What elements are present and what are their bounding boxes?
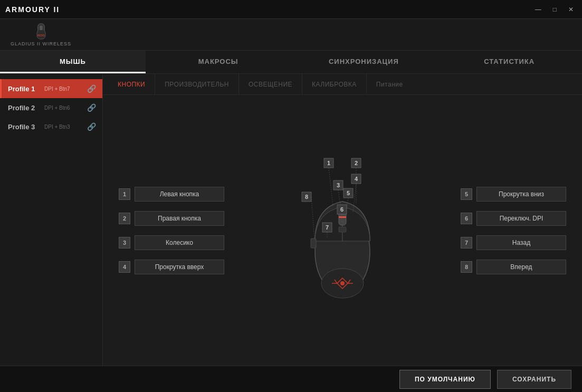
window-controls: — □ ✕	[532, 5, 577, 14]
buttons-area: 1 Левая кнопка 2 Правая кнопка 3 Колесик…	[103, 95, 582, 366]
mouse-svg: 1 2 3 4 5	[295, 154, 390, 307]
profile-2-link-icon: 🔗	[87, 103, 96, 112]
svg-text:8: 8	[305, 194, 308, 200]
mapping-btn-6: 6 Переключ. DPI	[461, 211, 566, 226]
mapping-btn-1: 1 Левая кнопка	[119, 187, 224, 202]
save-button[interactable]: СОХРАНИТЬ	[497, 370, 571, 389]
device-icon: ROG	[34, 23, 49, 40]
svg-text:7: 7	[326, 224, 329, 231]
main-tabs: МЫШЬ МАКРОСЫ СИНХРОНИЗАЦИЯ СТАТИСТИКА	[0, 51, 582, 74]
svg-point-9	[340, 281, 345, 285]
svg-rect-7	[311, 238, 316, 248]
tab-stats[interactable]: СТАТИСТИКА	[436, 51, 582, 73]
device-name: GLADIUS II WIRELESS	[11, 41, 71, 46]
svg-text:4: 4	[355, 176, 358, 182]
tab-sync[interactable]: СИНХРОНИЗАЦИЯ	[291, 51, 437, 73]
svg-text:2: 2	[355, 160, 358, 166]
device-logo: ROG GLADIUS II WIRELESS	[11, 23, 71, 46]
mapping-btn-2: 2 Правая кнопка	[119, 211, 224, 226]
btn-label-5[interactable]: Прокрутка вниз	[476, 187, 566, 202]
footer: ПО УМОЛЧАНИЮ СОХРАНИТЬ	[0, 366, 582, 392]
profile-2-subtitle: DPI + Btn6	[44, 105, 87, 111]
subtab-performance[interactable]: ПРОИЗВОДИТЕЛЬН	[155, 74, 239, 94]
subtab-power[interactable]: Питание	[367, 74, 413, 94]
btn-number-6: 6	[461, 213, 472, 224]
profile-2-name: Profile 2	[8, 104, 42, 112]
profile-1-link-icon: 🔗	[87, 84, 96, 93]
btn-label-6[interactable]: Переключ. DPI	[476, 211, 566, 226]
svg-rect-1	[40, 25, 42, 30]
left-mappings: 1 Левая кнопка 2 Правая кнопка 3 Колесик…	[119, 187, 224, 274]
device-header: ROG GLADIUS II WIRELESS	[0, 19, 582, 51]
svg-rect-5	[339, 216, 346, 218]
btn-number-1: 1	[119, 188, 130, 200]
restore-button[interactable]: □	[550, 5, 560, 14]
svg-text:ROG: ROG	[37, 33, 44, 36]
subtab-calibration[interactable]: КАЛИБРОВКА	[302, 74, 367, 94]
btn-label-3[interactable]: Колесико	[135, 235, 224, 250]
mouse-image: 1 2 3 4 5	[284, 151, 400, 310]
profile-item-3[interactable]: Profile 3 DPI + Btn3 🔗	[0, 117, 102, 136]
profile-3-name: Profile 3	[8, 123, 42, 131]
mapping-btn-3: 3 Колесико	[119, 235, 224, 250]
tab-mouse[interactable]: МЫШЬ	[0, 51, 146, 73]
btn-number-5: 5	[461, 188, 472, 200]
btn-number-4: 4	[119, 261, 130, 273]
btn-label-7[interactable]: Назад	[476, 235, 566, 250]
svg-rect-6	[339, 227, 346, 232]
mapping-btn-7: 7 Назад	[461, 235, 566, 250]
profile-item-2[interactable]: Profile 2 DPI + Btn6 🔗	[0, 98, 102, 117]
right-mappings: 5 Прокрутка вниз 6 Переключ. DPI 7 Назад…	[461, 187, 566, 274]
content-area: Profile 1 DPI + Btn7 🔗 Profile 2 DPI + B…	[0, 74, 582, 366]
profile-item-1[interactable]: Profile 1 DPI + Btn7 🔗	[0, 79, 102, 98]
mapping-btn-5: 5 Прокрутка вниз	[461, 187, 566, 202]
profile-3-subtitle: DPI + Btn3	[44, 124, 87, 130]
close-button[interactable]: ✕	[565, 5, 577, 14]
btn-number-7: 7	[461, 237, 472, 248]
svg-line-33	[311, 197, 314, 240]
sub-tabs: КНОПКИ ПРОИЗВОДИТЕЛЬН ОСВЕЩЕНИЕ КАЛИБРОВ…	[103, 74, 582, 95]
svg-line-26	[329, 168, 333, 206]
titlebar: ARMOURY II — □ ✕	[0, 0, 582, 19]
subtab-buttons[interactable]: КНОПКИ	[108, 74, 155, 94]
minimize-button[interactable]: —	[532, 5, 545, 14]
profile-1-subtitle: DPI + Btn7	[44, 86, 87, 92]
sidebar: Profile 1 DPI + Btn7 🔗 Profile 2 DPI + B…	[0, 74, 103, 366]
btn-label-2[interactable]: Правая кнопка	[135, 211, 224, 226]
profile-3-link-icon: 🔗	[87, 122, 96, 131]
btn-number-3: 3	[119, 237, 130, 248]
svg-text:1: 1	[327, 160, 330, 166]
app-title: ARMOURY II	[5, 5, 60, 14]
btn-number-2: 2	[119, 213, 130, 224]
profile-1-name: Profile 1	[8, 85, 42, 93]
svg-text:3: 3	[337, 182, 340, 188]
subtab-lighting[interactable]: ОСВЕЩЕНИЕ	[239, 74, 302, 94]
mappings-layout: 1 Левая кнопка 2 Правая кнопка 3 Колесик…	[103, 95, 582, 366]
svg-text:5: 5	[347, 190, 350, 196]
tab-macros[interactable]: МАКРОСЫ	[146, 51, 291, 73]
btn-label-4[interactable]: Прокрутка вверх	[135, 260, 224, 274]
mapping-btn-4: 4 Прокрутка вверх	[119, 260, 224, 274]
default-button[interactable]: ПО УМОЛЧАНИЮ	[399, 370, 491, 389]
btn-label-8[interactable]: Вперед	[476, 260, 566, 274]
btn-label-1[interactable]: Левая кнопка	[135, 187, 224, 202]
mapping-btn-8: 8 Вперед	[461, 260, 566, 274]
main-panel: КНОПКИ ПРОИЗВОДИТЕЛЬН ОСВЕЩЕНИЕ КАЛИБРОВ…	[103, 74, 582, 366]
btn-number-8: 8	[461, 261, 472, 273]
